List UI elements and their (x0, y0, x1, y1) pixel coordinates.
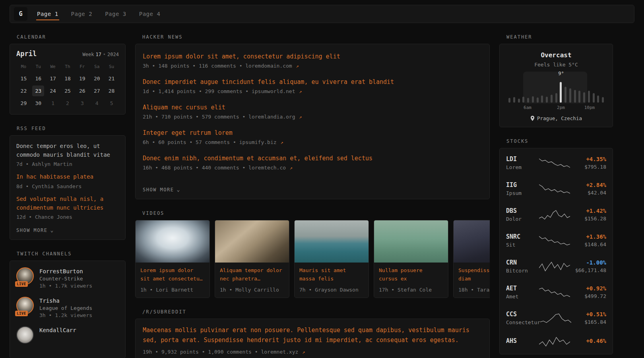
channel-name[interactable]: KendallCarr (39, 326, 76, 333)
channel-info: KendallCarr (39, 326, 76, 333)
calendar-day: 26 (76, 86, 88, 96)
video-thumbnail[interactable] (215, 220, 289, 263)
section-label-stocks: STOCKS (506, 138, 613, 144)
channel-name[interactable]: ForrestBurton (39, 267, 92, 274)
stock-sparkline-wrap (539, 235, 570, 246)
current-temp-label: 9° (558, 71, 564, 76)
hn-source-link[interactable]: loremtech.co (248, 165, 286, 171)
temp-bar (532, 96, 534, 103)
calendar-day-next-month: 3 (76, 98, 88, 109)
stock-sparkline (539, 235, 570, 246)
hn-source-link[interactable]: loremlandia.org (248, 114, 295, 120)
calendar-widget: April Week17•2024 Mo Tu We Th Fr Sa Su 1… (10, 44, 126, 115)
stock-values: +2.84% $42.04 (570, 182, 606, 196)
hn-item-title[interactable]: Donec imperdiet augue tincidunt felis al… (143, 78, 482, 86)
hn-source-link[interactable]: ipsumworld.net (252, 88, 295, 94)
rss-item-meta: 7d • Ashlyn Martin (16, 161, 119, 167)
stock-change: +2.84% (570, 182, 606, 188)
channel-name[interactable]: Trisha (39, 297, 92, 304)
rss-item-title[interactable]: Sed volutpat nulla nisl, a condimentum n… (16, 195, 119, 212)
tab-page-4[interactable]: Page 4 (138, 8, 161, 20)
separator-dot: • (103, 52, 106, 57)
section-label-rss: RSS FEED (17, 126, 126, 131)
video-card[interactable]: Lorem ipsum dolor sit amet consectetu… 1… (135, 220, 210, 298)
videos-row: Lorem ipsum dolor sit amet consectetu… 1… (135, 220, 490, 298)
stock-row[interactable]: CCS Consectetur +0.51% $165.84 (506, 305, 606, 331)
stock-row[interactable]: AHS +0.46% (506, 331, 606, 352)
channel-info: ForrestBurton Counter-Strike 1h • 1.7k v… (39, 267, 92, 289)
twitch-channel[interactable]: LIVE Trisha League of Legends 3h • 1.2k … (16, 297, 119, 318)
stock-change: +0.51% (571, 311, 606, 317)
stock-id: LDI Lorem (506, 156, 539, 170)
rss-show-more-button[interactable]: SHOW MORE ⌄ (16, 226, 54, 234)
video-card[interactable]: Mauris sit amet massa felis 7h • Grayson… (294, 220, 369, 298)
external-link-icon: ↗ (299, 114, 302, 120)
video-title[interactable]: Mauris sit amet massa felis (299, 267, 364, 283)
stock-sparkline-wrap (539, 337, 570, 347)
video-thumbnail[interactable] (374, 220, 448, 263)
stock-id: CCS Consectetur (506, 311, 540, 325)
channel-game: League of Legends (39, 305, 92, 311)
left-column: CALENDAR April Week17•2024 Mo Tu We Th F… (10, 23, 126, 358)
stock-row[interactable]: IIG Ipsum +2.84% $42.04 (506, 176, 606, 202)
hn-source-link[interactable]: loremdomain.com (245, 63, 292, 69)
stock-name: Lorem (506, 164, 539, 170)
video-title[interactable]: Nullam posuere cursus ex (379, 267, 443, 283)
stock-change: +1.36% (570, 233, 606, 240)
rss-item-title[interactable]: Donec tempor eros leo, ut commodo mauris… (16, 142, 119, 159)
stock-values: +0.51% $165.84 (571, 311, 606, 325)
stock-id: AHS (506, 337, 539, 346)
video-title[interactable]: Aliquam tempor dolor nec pharetra… (220, 267, 284, 283)
section-label-calendar: CALENDAR (17, 34, 126, 40)
calendar-day: 16 (32, 73, 44, 84)
calendar-day: 29 (17, 98, 29, 109)
tab-page-2[interactable]: Page 2 (70, 8, 93, 20)
calendar-header: April Week17•2024 (16, 50, 119, 58)
video-meta: 1h • Molly Carrillo (220, 287, 284, 293)
stock-row[interactable]: AET Amet +0.92% $499.72 (506, 279, 606, 305)
hn-source-link[interactable]: ipsumify.biz (239, 139, 277, 145)
calendar-day-next-month: 4 (91, 98, 103, 109)
stock-row[interactable]: LDI Lorem +4.35% $795.18 (506, 150, 606, 176)
video-thumbnail[interactable] (454, 220, 490, 263)
avatar (16, 326, 34, 344)
stock-id: AET Amet (506, 285, 539, 300)
twitch-channel[interactable]: LIVE ForrestBurton Counter-Strike 1h • 1… (16, 267, 119, 289)
stock-sparkline (539, 184, 570, 194)
stock-row[interactable]: DBS Dolor +1.42% $156.28 (506, 202, 606, 228)
video-meta: 7h • Grayson Dawson (299, 287, 364, 293)
video-card[interactable]: Suspendisse potenti diam 18h • Tara (453, 220, 490, 298)
stock-sparkline-wrap (539, 287, 570, 298)
avatar-wrap (16, 326, 34, 344)
hn-show-more-button[interactable]: SHOW MORE ⌄ (143, 186, 180, 193)
calendar-day-next-month: 5 (106, 98, 118, 109)
right-column: WEATHER Overcast Feels like 5°C 9° 6am2p… (499, 23, 613, 354)
temp-bar (564, 87, 566, 103)
video-thumbnail[interactable] (295, 220, 369, 263)
video-title[interactable]: Suspendisse potenti diam (458, 267, 490, 283)
tab-page-1[interactable]: Page 1 (36, 8, 59, 20)
video-card[interactable]: Nullam posuere cursus ex 17h • Stefan Co… (374, 220, 448, 298)
video-card[interactable]: Aliquam tempor dolor nec pharetra… 1h • … (215, 220, 289, 298)
hn-item: Integer eget rutrum lorem 6h • 60 points… (143, 129, 482, 145)
app-logo[interactable]: G (14, 7, 27, 21)
video-thumbnail[interactable] (136, 220, 209, 263)
hn-item-title[interactable]: Lorem ipsum dolor sit amet, consectetur … (143, 53, 482, 60)
temp-bar (508, 98, 510, 103)
reddit-post-title[interactable]: Maecenas mollis pulvinar erat non posuer… (143, 325, 482, 345)
hn-item-meta: 1d • 1,414 points • 299 comments • ipsum… (143, 88, 482, 94)
temp-bar (518, 99, 520, 103)
rss-item-title[interactable]: In hac habitasse platea (16, 173, 119, 181)
time-ticks: 6am2pm10pm (508, 105, 604, 111)
dow-fr: Fr (75, 64, 89, 69)
twitch-channel[interactable]: KendallCarr (16, 326, 119, 344)
tab-page-3[interactable]: Page 3 (104, 8, 127, 20)
video-title[interactable]: Lorem ipsum dolor sit amet consectetu… (140, 267, 205, 283)
hn-item-title[interactable]: Donec enim nibh, condimentum et accumsan… (143, 155, 482, 162)
hn-item-title[interactable]: Aliquam nec cursus elit (143, 104, 482, 111)
reddit-source-link[interactable]: loremnet.xyz (261, 349, 298, 355)
stock-name: Bitcorn (506, 268, 539, 274)
hn-item-title[interactable]: Integer eget rutrum lorem (143, 129, 482, 136)
stock-row[interactable]: SNRC Sit +1.36% $148.64 (506, 228, 606, 253)
stock-row[interactable]: CRN Bitcorn -1.00% $66,171.48 (506, 253, 606, 279)
